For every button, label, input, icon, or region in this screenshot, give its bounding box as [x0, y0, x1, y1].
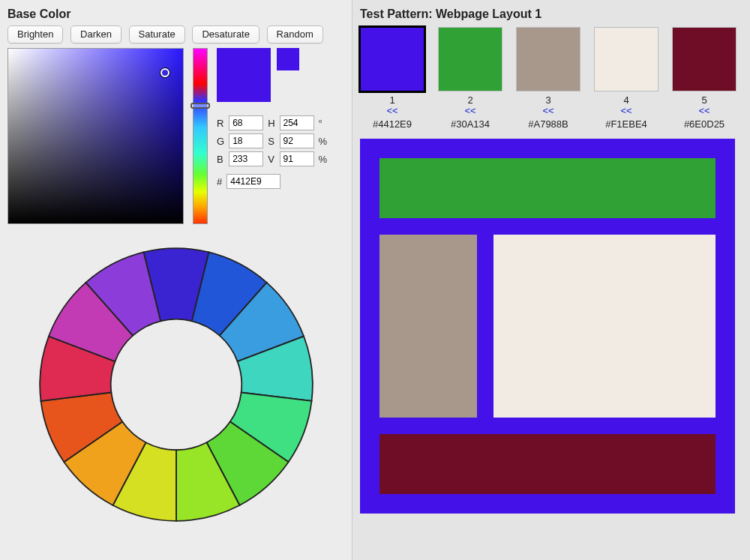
palette-number: 4 [623, 94, 628, 106]
palette-hex: #6E0D25 [684, 118, 724, 130]
s-input[interactable] [280, 133, 314, 148]
palette-item-2: 2<<#30A134 [438, 27, 502, 130]
darken-button[interactable]: Darken [70, 25, 122, 43]
base-color-heading: Base Color [8, 7, 344, 21]
preview-header [380, 158, 716, 218]
hex-input[interactable] [226, 174, 280, 189]
palette-item-5: 5<<#6E0D25 [672, 27, 736, 130]
desaturate-button[interactable]: Desaturate [192, 25, 260, 43]
palette-item-3: 3<<#A7988B [516, 27, 580, 130]
sv-picker[interactable] [8, 48, 184, 224]
s-unit: % [319, 136, 328, 147]
h-label: H [268, 118, 274, 129]
palette-item-4: 4<<#F1EBE4 [594, 27, 658, 130]
g-input[interactable] [229, 133, 263, 148]
palette-swatch-2[interactable] [438, 27, 502, 91]
palette-hex: #30A134 [451, 118, 490, 130]
palette-item-1: 1<<#4412E9 [360, 27, 424, 130]
color-wheel[interactable] [26, 235, 326, 535]
r-label: R [217, 118, 224, 129]
palette-shift-left-icon[interactable]: << [620, 106, 632, 115]
palette-swatch-4[interactable] [594, 27, 658, 91]
palette-number: 2 [467, 94, 472, 106]
palette-hex: #4412E9 [373, 118, 412, 130]
sv-cursor-icon[interactable] [160, 68, 170, 77]
preview-content [494, 235, 716, 418]
palette-swatch-5[interactable] [672, 27, 736, 91]
palette-number: 5 [701, 94, 706, 106]
palette-swatch-3[interactable] [516, 27, 580, 91]
preview-sidebar [380, 235, 477, 418]
brighten-button[interactable]: Brighten [8, 25, 63, 43]
palette-shift-left-icon[interactable]: << [464, 106, 476, 115]
palette-number: 1 [389, 94, 394, 106]
palette-swatch-1[interactable] [360, 27, 424, 91]
hue-bar[interactable] [193, 48, 208, 224]
v-label: V [268, 154, 274, 165]
v-input[interactable] [280, 151, 314, 166]
palette-number: 3 [545, 94, 550, 106]
current-color-swatch[interactable] [217, 48, 271, 102]
preview-footer [380, 434, 716, 494]
v-unit: % [319, 154, 328, 165]
degree-unit: ° [319, 118, 328, 129]
adjust-button-row: Brighten Darken Saturate Desaturate Rand… [8, 25, 344, 43]
saturate-button[interactable]: Saturate [129, 25, 185, 43]
palette-row: 1<<#4412E92<<#30A1343<<#A7988B4<<#F1EBE4… [360, 27, 742, 130]
r-input[interactable] [229, 115, 263, 130]
palette-hex: #A7988B [528, 118, 568, 130]
b-input[interactable] [229, 151, 263, 166]
b-label: B [217, 154, 224, 165]
hex-label: # [217, 176, 222, 187]
palette-shift-left-icon[interactable]: << [542, 106, 554, 115]
palette-shift-left-icon[interactable]: << [386, 106, 398, 115]
g-label: G [217, 136, 224, 147]
hue-slider-handle[interactable] [190, 103, 210, 109]
random-button[interactable]: Random [267, 25, 323, 43]
h-input[interactable] [280, 115, 314, 130]
palette-shift-left-icon[interactable]: << [698, 106, 710, 115]
layout-preview [360, 139, 735, 514]
s-label: S [268, 136, 274, 147]
test-pattern-heading: Test Pattern: Webpage Layout 1 [360, 7, 742, 21]
previous-color-swatch[interactable] [277, 48, 299, 70]
palette-hex: #F1EBE4 [605, 118, 647, 130]
